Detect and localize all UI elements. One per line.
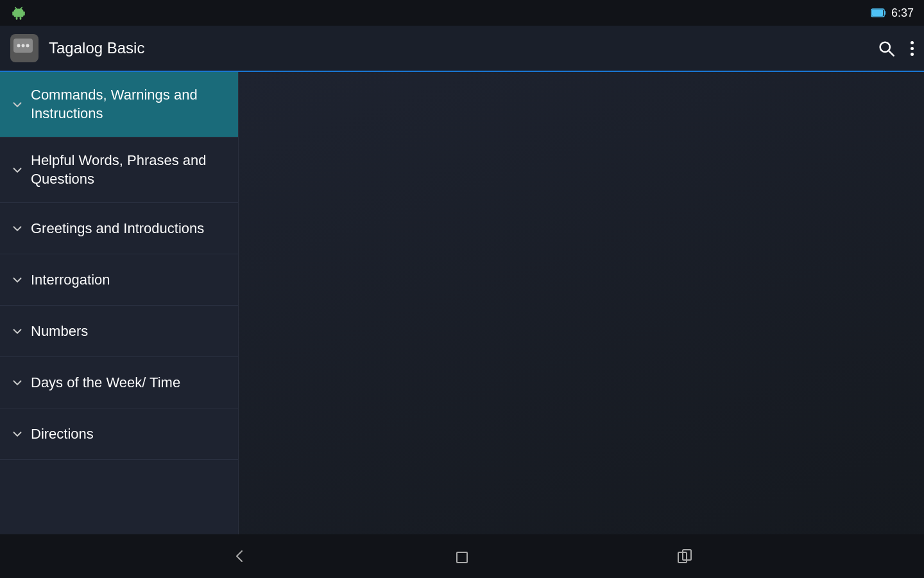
sidebar-item-label: Greetings and Introductions	[31, 220, 204, 238]
chevron-down-icon	[10, 324, 31, 338]
svg-line-17	[889, 51, 894, 56]
sidebar-item-directions[interactable]: Directions	[0, 408, 238, 460]
svg-rect-5	[20, 17, 22, 20]
dot2	[911, 47, 914, 50]
sidebar-item-label: Helpful Words, Phrases and Questions	[31, 152, 225, 188]
sidebar-item-label: Commands, Warnings and Instructions	[31, 86, 225, 123]
dot3	[911, 53, 914, 56]
status-bar-left	[10, 4, 27, 21]
svg-rect-2	[12, 12, 14, 16]
status-bar: 6:37	[0, 0, 924, 26]
time-display: 6:37	[891, 6, 914, 20]
sidebar-item-label: Numbers	[31, 322, 88, 341]
sidebar-item-label: Interrogation	[31, 271, 110, 290]
app-title: Tagalog Basic	[49, 39, 867, 57]
back-button[interactable]	[229, 546, 250, 566]
chat-icon	[12, 36, 37, 60]
sidebar-item-numbers[interactable]: Numbers	[0, 306, 238, 357]
svg-rect-4	[16, 17, 18, 20]
app-bar-actions	[877, 39, 914, 57]
chevron-down-icon	[10, 427, 31, 441]
svg-rect-18	[457, 552, 467, 563]
sidebar-item-label: Directions	[31, 425, 94, 444]
svg-rect-10	[872, 10, 883, 16]
svg-rect-3	[23, 12, 25, 16]
bottom-nav-bar	[0, 534, 924, 578]
sidebar: Commands, Warnings and Instructions Help…	[0, 72, 239, 534]
svg-point-14	[26, 44, 30, 48]
battery-icon	[871, 8, 886, 18]
svg-point-13	[22, 44, 25, 48]
home-button[interactable]	[452, 546, 472, 566]
recent-apps-button[interactable]	[674, 546, 695, 566]
sidebar-item-helpful[interactable]: Helpful Words, Phrases and Questions	[0, 137, 238, 203]
dot1	[911, 41, 914, 44]
right-content-area	[239, 72, 924, 534]
android-icon	[10, 4, 27, 21]
sidebar-item-label: Days of the Week/ Time	[31, 374, 180, 392]
sidebar-item-commands[interactable]: Commands, Warnings and Instructions	[0, 72, 238, 137]
search-button[interactable]	[877, 39, 895, 57]
chevron-down-icon	[10, 163, 31, 177]
chevron-down-icon	[10, 222, 31, 236]
sidebar-item-greetings[interactable]: Greetings and Introductions	[0, 203, 238, 254]
app-logo	[10, 34, 38, 62]
svg-rect-9	[884, 11, 886, 15]
sidebar-item-days[interactable]: Days of the Week/ Time	[0, 357, 238, 408]
chevron-down-icon	[10, 98, 31, 112]
main-content: Commands, Warnings and Instructions Help…	[0, 72, 924, 534]
app-bar: Tagalog Basic	[0, 26, 924, 72]
svg-point-12	[17, 44, 21, 48]
status-bar-right: 6:37	[871, 6, 914, 20]
chevron-down-icon	[10, 273, 31, 287]
sidebar-item-interrogation[interactable]: Interrogation	[0, 254, 238, 306]
chevron-down-icon	[10, 376, 31, 390]
more-options-button[interactable]	[911, 41, 914, 56]
